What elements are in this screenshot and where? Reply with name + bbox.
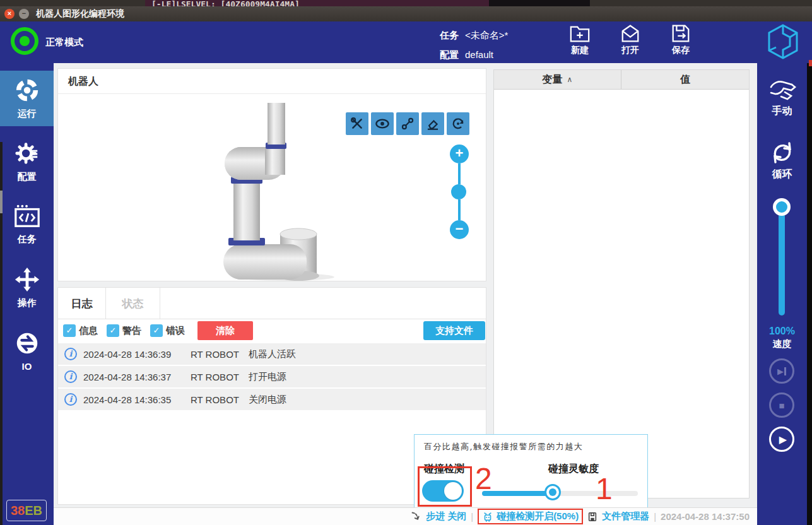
code-window-icon — [13, 204, 41, 229]
info-icon: i — [64, 348, 77, 360]
speed-slider-handle[interactable] — [773, 198, 791, 216]
new-folder-icon — [569, 23, 591, 44]
log-entry: i 2024-04-28 14:36:35 RT ROBOT 关闭电源 — [58, 389, 486, 410]
step-forward-bar — [784, 367, 786, 375]
step-forward-icon: ▶ — [777, 367, 784, 376]
rotate-icon — [451, 117, 465, 131]
background-terminal-text: [-LE]LSELVEL: [40Z6009M4AI4MA] — [151, 0, 300, 6]
sidebar-item-operate[interactable]: 操作 — [0, 260, 54, 316]
value-header-label: 值 — [680, 73, 690, 86]
left-sidebar: 运行 配置 任务 — [0, 63, 54, 525]
sensitivity-slider-handle[interactable] — [544, 484, 561, 500]
speed-slider-track[interactable] — [779, 207, 785, 316]
save-task-button[interactable]: 保存 — [661, 23, 701, 60]
checkbox-info[interactable]: ✓ — [63, 324, 76, 337]
task-row: 任务<未命名>* — [440, 30, 508, 42]
collision-settings-popup: 百分比越高,触发碰撞报警所需的力越大 碰撞检测 碰撞灵敏度 2 1 — [414, 434, 648, 509]
log-message: 打开电源 — [249, 371, 286, 383]
tab-log[interactable]: 日志 — [58, 288, 106, 319]
variable-header-label: 变量 — [543, 73, 563, 86]
config-value: default — [465, 49, 493, 60]
column-header-value[interactable]: 值 — [621, 70, 749, 89]
robot-panel-title: 机器人 — [68, 75, 98, 88]
view-rotate-button[interactable] — [447, 112, 469, 135]
mode-status-icon — [11, 27, 38, 55]
step-mode-status[interactable]: 步进 关闭 — [426, 510, 466, 522]
file-manager-button[interactable]: 文件管理器 — [602, 510, 649, 522]
loop-mode-button[interactable] — [757, 139, 807, 169]
zoom-in-button[interactable]: + — [450, 145, 469, 163]
open-task-button[interactable]: 打开 — [610, 23, 650, 60]
config-row: 配置default — [440, 49, 493, 61]
sensitivity-slider-fill — [482, 491, 555, 496]
tab-status[interactable]: 状态 — [106, 288, 160, 319]
background-red-sliver — [809, 60, 812, 66]
window-close-button[interactable]: × — [4, 9, 15, 19]
eraser-icon — [426, 117, 440, 131]
zoom-out-button[interactable]: − — [450, 220, 469, 239]
view-visibility-button[interactable] — [371, 112, 394, 135]
window-minimize-button[interactable]: − — [19, 9, 29, 19]
sidebar-operate-label: 操作 — [18, 297, 37, 309]
window-titlebar: × − 机器人图形化编程环境 — [0, 6, 812, 21]
collision-status-label: 碰撞检测开启(50%) — [497, 510, 579, 522]
stop-button[interactable]: ■ — [769, 392, 794, 418]
badge-right: EB — [25, 504, 42, 517]
filter-error-label: 错误 — [166, 325, 185, 337]
collision-status-annotated[interactable]: 碰撞检测开启(50%) — [478, 509, 583, 524]
sidebar-item-io[interactable]: IO — [0, 323, 54, 379]
status-code-badge: 38EB — [6, 500, 47, 521]
column-header-variable[interactable]: 变量 ∧ — [494, 70, 621, 89]
support-file-button[interactable]: 支持文件 — [423, 321, 485, 340]
eye-icon — [375, 117, 390, 131]
sidebar-io-label: IO — [22, 361, 32, 372]
toggle-knob — [444, 482, 462, 500]
open-envelope-icon — [620, 23, 641, 44]
sidebar-item-task[interactable]: 任务 — [0, 197, 54, 252]
info-icon: i — [64, 393, 77, 406]
tools-icon — [350, 117, 364, 131]
sidebar-item-config[interactable]: 配置 — [0, 134, 54, 189]
view-eraser-button[interactable] — [421, 112, 444, 135]
new-task-button[interactable]: 新建 — [560, 23, 600, 60]
background-strip-segment — [489, 0, 590, 6]
io-exchange-icon — [14, 330, 40, 357]
path-points-icon — [401, 117, 415, 131]
save-task-label: 保存 — [661, 45, 701, 56]
background-right-strip — [807, 63, 812, 525]
loop-cycle-icon — [768, 139, 796, 167]
view-path-button[interactable] — [396, 112, 419, 135]
task-value: <未命名>* — [465, 30, 508, 40]
manual-mode-button[interactable] — [757, 78, 807, 106]
collision-hint-text: 百分比越高,触发碰撞报警所需的力越大 — [424, 441, 583, 452]
step-forward-button[interactable]: ▶ — [769, 358, 794, 384]
log-entry: i 2024-04-28 14:36:39 RT ROBOT 机器人活跃 — [58, 343, 486, 365]
task-label: 任务 — [440, 30, 459, 40]
play-button[interactable]: ▶ — [769, 427, 794, 452]
run-icon — [14, 77, 40, 103]
collision-detection-toggle[interactable] — [422, 480, 464, 502]
log-message: 关闭电源 — [249, 394, 286, 406]
window-title: 机器人图形化编程环境 — [36, 8, 124, 20]
checkbox-warning[interactable]: ✓ — [107, 324, 119, 337]
view-tools-button[interactable] — [346, 112, 368, 135]
new-task-label: 新建 — [560, 45, 600, 56]
log-source: RT ROBOT — [191, 372, 247, 382]
log-time: 2024-04-28 14:36:39 — [83, 349, 191, 360]
zoom-slider-handle[interactable] — [451, 184, 466, 199]
zoom-track — [458, 199, 461, 220]
clear-log-button[interactable]: 清除 — [197, 321, 253, 340]
speed-value: 100% — [757, 326, 807, 337]
sort-ascending-icon: ∧ — [567, 75, 573, 84]
save-icon — [670, 23, 691, 44]
move-arrows-icon — [14, 266, 40, 293]
sidebar-item-run[interactable]: 运行 — [0, 71, 54, 126]
hand-icon — [767, 78, 797, 103]
loop-label: 循环 — [757, 168, 807, 181]
separator: | — [471, 511, 473, 522]
right-sidebar: 手动 循环 100% 速度 ▶ ■ ▶ — [757, 63, 807, 525]
filter-warning-label: 警告 — [122, 325, 141, 337]
checkbox-error[interactable]: ✓ — [150, 324, 163, 337]
background-terminal-fragment: [-LE]LSELVEL: [40Z6009M4AI4MA] — [145, 0, 489, 6]
collision-robot-icon — [482, 511, 493, 522]
